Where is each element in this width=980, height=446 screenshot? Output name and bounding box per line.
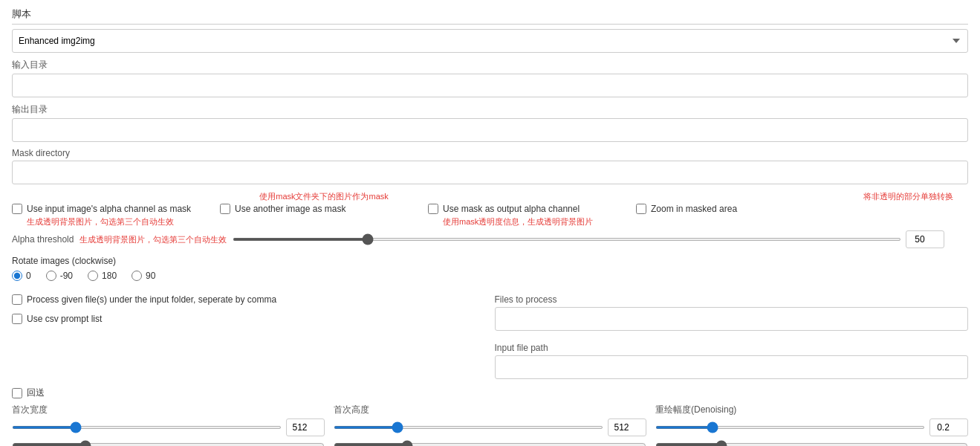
use-alpha-checkbox-label[interactable]: Use input image's alpha channel as mask [12,204,220,214]
rotate-180-label[interactable]: 180 [88,271,117,281]
alpha-threshold-slider[interactable] [233,238,901,241]
rotate-0-radio[interactable] [12,271,22,281]
output-dir-label: 输出目录 [12,103,968,116]
use-alpha-checkbox[interactable] [12,204,22,214]
first-width-group: 首次宽度 [12,404,325,446]
first-width-label: 首次宽度 [12,404,325,416]
zoom-in-label: Zoom in masked area [651,204,737,214]
alpha-threshold-label: Alpha threshold [12,234,74,245]
huisong-label[interactable]: 回送 [12,387,968,399]
first-height-slider[interactable] [334,426,603,429]
rotate-90-text: 90 [146,271,155,281]
process-files-text: Process given file(s) under the input fo… [27,294,276,305]
section-title: 脚本 [12,7,968,25]
rotate-90-label[interactable]: 90 [132,271,155,281]
first-height-value[interactable] [608,418,646,436]
first-width-full-slider[interactable] [12,440,325,446]
hint-alpha-inline: 生成透明背景图片，勾选第三个自动生效 [79,234,227,245]
use-output-alpha-checkbox[interactable] [428,204,438,214]
rotate-neg90-label[interactable]: -90 [46,271,73,281]
use-csv-label[interactable]: Use csv prompt list [12,314,486,324]
use-output-alpha-checkbox-label[interactable]: Use mask as output alpha channel [428,204,636,214]
zoom-in-checkbox-label[interactable]: Zoom in masked area [636,204,968,214]
use-alpha-label: Use input image's alpha channel as mask [27,204,191,214]
process-files-label[interactable]: Process given file(s) under the input fo… [12,294,486,305]
files-to-process-label: Files to process [495,294,969,305]
use-csv-text: Use csv prompt list [27,314,102,324]
input-file-path-input[interactable] [495,355,969,379]
hint-alpha: 生成透明背景图片，勾选第三个自动生效 [27,217,174,226]
first-height-label: 首次高度 [334,404,646,416]
hint-output-alpha: 使用mask透明度信息，生成透明背景图片 [443,217,593,226]
denoising-group: 重绘幅度(Denoising) [655,404,968,446]
input-file-path-label: Input file path [495,343,969,353]
first-width-value[interactable] [286,418,325,436]
rotate-0-text: 0 [26,271,31,281]
zoom-in-checkbox[interactable] [636,204,646,214]
rotate-180-text: 180 [102,271,117,281]
use-another-label: Use another image as mask [235,204,345,214]
rotate-90-radio[interactable] [132,271,142,281]
output-dir-input[interactable] [12,118,968,142]
alpha-threshold-value[interactable] [906,230,944,248]
use-output-alpha-label: Use mask as output alpha channel [443,204,580,214]
use-another-checkbox-label[interactable]: Use another image as mask [220,204,428,214]
huisong-text: 回送 [27,387,45,399]
hint-single-convert: 将非透明的部分单独转换 [863,192,953,201]
rotate-180-radio[interactable] [88,271,98,281]
rotate-neg90-text: -90 [60,271,73,281]
process-files-checkbox[interactable] [12,294,22,305]
denoising-value[interactable] [929,418,968,436]
huisong-checkbox[interactable] [12,388,22,398]
use-csv-checkbox[interactable] [12,314,22,324]
rotate-neg90-radio[interactable] [46,271,56,281]
denoising-full-slider[interactable] [655,440,968,446]
mask-dir-label: Mask directory [12,148,968,158]
denoising-slider[interactable] [655,426,925,429]
script-select[interactable]: Enhanced img2img [12,29,968,53]
mask-dir-input[interactable] [12,161,968,184]
denoising-label: 重绘幅度(Denoising) [655,404,968,416]
first-height-full-slider[interactable] [334,440,646,446]
rotate-0-label[interactable]: 0 [12,271,31,281]
use-another-checkbox[interactable] [220,204,230,214]
input-dir-input[interactable] [12,74,968,97]
first-width-slider[interactable] [12,426,282,429]
first-height-group: 首次高度 [334,404,646,446]
rotate-label: Rotate images (clockwise) [12,256,968,266]
hint-mask-file: 使用mask文件夹下的图片作为mask [259,192,389,201]
files-to-process-input[interactable] [495,307,969,331]
input-dir-label: 输入目录 [12,59,968,71]
rotate-radio-group: 0 -90 180 90 [12,271,968,281]
